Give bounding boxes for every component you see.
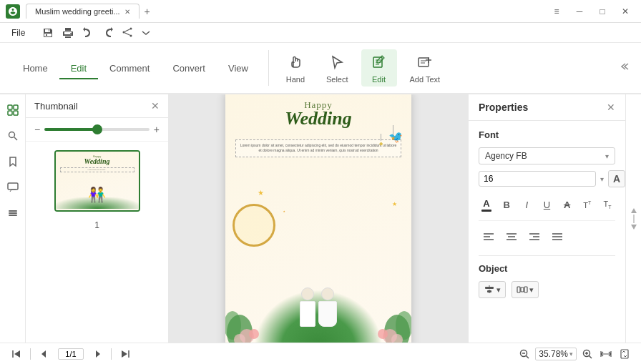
tab-close-icon[interactable]: ✕ [124, 8, 130, 16]
redo-button[interactable] [99, 24, 117, 41]
right-edge-panel [625, 94, 641, 343]
sidebar-icon-layers[interactable] [3, 203, 23, 223]
tab-title: Muslim wedding greeti... [35, 7, 120, 16]
properties-close-button[interactable]: ✕ [607, 102, 615, 113]
close-button[interactable]: ✕ [615, 4, 635, 19]
couple-illustration [300, 287, 337, 327]
subscript-button[interactable]: TT [600, 195, 615, 215]
zoom-in-button[interactable] [579, 346, 595, 362]
properties-panel: Properties ✕ Font Agency FB ▾ ▾ A A [468, 94, 625, 343]
object-align-tool[interactable]: ▾ [479, 281, 506, 298]
add-text-icon [415, 52, 435, 72]
sidebar-icon-search[interactable] [3, 126, 23, 146]
sidebar-icon-bookmark[interactable] [3, 152, 23, 172]
save-button[interactable] [39, 24, 57, 41]
properties-body: Font Agency FB ▾ ▾ A A A [469, 121, 625, 343]
object-align-arrow: ▾ [496, 285, 501, 295]
undo-button[interactable] [79, 24, 97, 41]
sidebar-icon-comment[interactable] [3, 177, 23, 197]
menu-button[interactable]: ≡ [547, 4, 567, 19]
hand-label: Hand [286, 75, 305, 84]
right-edge-toggle[interactable] [629, 205, 639, 233]
moon-decoration [233, 204, 275, 247]
thumbnail-panel: Thumbnail ✕ − + Happy Wedding Lorem ipsu… [26, 94, 169, 343]
thumbnail-zoom-minus[interactable]: − [34, 124, 40, 135]
toolbar-collapse-button[interactable] [618, 61, 630, 75]
star-1: ★ [258, 189, 264, 197]
font-color-button[interactable]: A [479, 195, 494, 215]
minimize-button[interactable]: ─ [569, 4, 589, 19]
underline-button[interactable]: U [539, 195, 554, 215]
hand-tool[interactable]: Hand [278, 49, 313, 87]
nav-prev-button[interactable] [36, 346, 52, 362]
fit-width-button[interactable] [598, 346, 614, 362]
edit-icon [369, 52, 389, 72]
nav-next-button[interactable] [89, 346, 105, 362]
tab-home[interactable]: Home [11, 59, 59, 79]
svg-rect-45 [524, 287, 527, 292]
select-tool[interactable]: Select [319, 49, 356, 87]
svg-rect-9 [8, 111, 12, 115]
flower-right [354, 282, 411, 343]
nav-first-button[interactable] [9, 346, 24, 362]
star-2: ★ [392, 201, 397, 207]
align-justify-button[interactable] [547, 227, 567, 247]
share-button[interactable] [119, 24, 135, 40]
card-wedding-text: Wedding [285, 108, 351, 129]
object-distribute-tool[interactable]: ▾ [512, 281, 539, 298]
hanging-ornament-2: ◆ [379, 134, 383, 147]
fit-page-button[interactable] [617, 346, 632, 362]
zoom-out-button[interactable] [517, 346, 532, 362]
align-right-button[interactable] [524, 227, 544, 247]
tab-edit[interactable]: Edit [59, 59, 98, 79]
svg-point-28 [378, 329, 388, 339]
thumbnail-content: Happy Wedding Lorem ipsum dolor sit amet… [26, 142, 168, 343]
font-family-dropdown[interactable]: Agency FB ▾ [479, 147, 615, 164]
tab-view[interactable]: View [217, 59, 260, 79]
align-center-button[interactable] [501, 227, 522, 247]
zoom-percentage: 35.78% [539, 349, 568, 359]
more-button[interactable] [138, 24, 154, 40]
menubar: File [0, 23, 641, 43]
svg-rect-7 [8, 105, 12, 109]
nav-last-button[interactable] [117, 346, 133, 362]
strikethrough-button[interactable]: A [559, 195, 575, 215]
maximize-button[interactable]: □ [592, 4, 612, 19]
nav-divider-1 [30, 348, 31, 360]
thumbnail-close-button[interactable]: ✕ [151, 100, 160, 112]
italic-button[interactable]: I [519, 195, 534, 215]
properties-header: Properties ✕ [469, 94, 625, 121]
bold-button[interactable]: B [499, 195, 514, 215]
toolbar: Home Edit Comment Convert View Hand Sele… [0, 43, 641, 94]
add-tab-button[interactable]: + [140, 4, 155, 19]
tab-comment[interactable]: Comment [98, 59, 161, 79]
svg-point-23 [249, 329, 259, 339]
thumbnail-page-1[interactable]: Happy Wedding Lorem ipsum dolor sit amet… [54, 150, 140, 212]
thumbnail-zoom-plus[interactable]: + [154, 124, 160, 135]
font-size-increase-button[interactable]: A [608, 170, 625, 187]
thumbnail-zoom-slider[interactable] [44, 128, 150, 131]
active-tab[interactable]: Muslim wedding greeti... ✕ [26, 4, 140, 19]
mini-card: Happy Wedding Lorem ipsum dolor sit amet… [56, 152, 139, 210]
hand-icon [285, 52, 305, 72]
superscript-button[interactable]: TT [579, 195, 595, 215]
object-distribute-icon [517, 284, 528, 295]
zoom-level-display[interactable]: 35.78% ▾ [535, 348, 577, 360]
font-size-input[interactable] [479, 171, 596, 187]
print-button[interactable] [59, 24, 77, 41]
align-left-button[interactable] [479, 227, 499, 247]
main-area: Thumbnail ✕ − + Happy Wedding Lorem ipsu… [0, 94, 641, 343]
thumbnail-zoom-row: − + [26, 118, 168, 142]
add-text-tool[interactable]: Add Text [403, 49, 448, 87]
page-number-input[interactable] [58, 348, 84, 360]
object-distribute-arrow: ▾ [529, 285, 534, 295]
file-menu[interactable]: File [6, 26, 31, 40]
mini-lorem-text: Lorem ipsum dolor sit amet... [60, 167, 134, 172]
sidebar-icon-thumbnails[interactable] [3, 100, 23, 120]
canvas-area[interactable]: PDF Happy Wedding Lorem ipsum dolor sit … [169, 94, 468, 343]
quick-actions [39, 24, 154, 41]
object-section-title: Object [479, 263, 615, 274]
tab-convert[interactable]: Convert [161, 59, 217, 79]
edit-tool[interactable]: Edit [361, 49, 397, 87]
card-lorem-text[interactable]: Lorem ipsum dolor sit amet, consectetur … [235, 139, 401, 157]
